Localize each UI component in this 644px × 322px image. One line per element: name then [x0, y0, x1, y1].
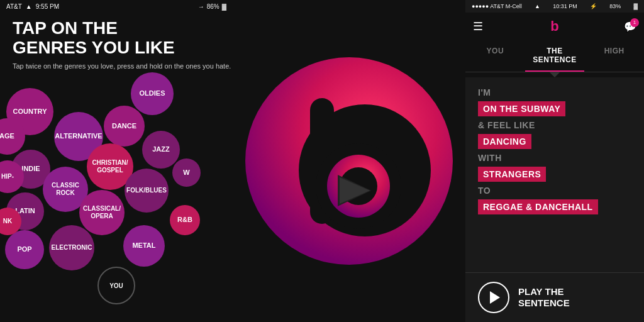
bubble-jazz[interactable]: JAZZ — [142, 131, 180, 169]
sentence-line-with: WITH — [478, 153, 631, 163]
beats-b-icon: b — [550, 18, 558, 35]
sentence-highlight-reggae: REGGAE & DANCEHALL — [478, 199, 598, 214]
play-triangle-icon — [490, 291, 500, 304]
status-right-left: → 86% ▓ — [198, 3, 226, 10]
sentence-content: I'M ON THE SUBWAY & FEEL LIKE DANCING WI… — [465, 77, 644, 272]
tab-the-sentence[interactable]: THE SENTENCE — [525, 40, 585, 72]
bubble-rb[interactable]: R&B — [170, 205, 200, 235]
genre-subtext: Tap twice on the genres you love, press … — [13, 62, 231, 71]
bubble-w[interactable]: W — [172, 158, 201, 187]
bubble-folk-blues[interactable]: FOLK/BLUES — [125, 169, 169, 213]
tabs-row: YOU THE SENTENCE HIGH — [465, 40, 644, 72]
you-button[interactable]: YOU — [97, 267, 135, 304]
wifi-icon-left: ▲ — [26, 3, 32, 10]
middle-panel — [233, 0, 465, 322]
sentence-line-to: TO — [478, 186, 631, 196]
chat-icon[interactable]: 💬 1 — [624, 21, 636, 33]
battery-right: 83% — [609, 3, 621, 9]
genre-heading: TAP ON THEGENRES YOU LIKE — [13, 19, 231, 58]
bubble-dance[interactable]: DANCE — [104, 106, 145, 147]
bluetooth-icon: ⚡ — [590, 3, 597, 9]
bubble-oldies[interactable]: OLDIES — [131, 72, 174, 115]
time-right: 10:31 PM — [553, 3, 577, 9]
sentence-highlight-strangers: STRANGERS — [478, 167, 546, 182]
bubble-metal[interactable]: METAL — [123, 225, 165, 267]
left-panel: AT&T ▲ 9:55 PM → 86% ▓ TAP ON THEGENRES … — [0, 0, 233, 322]
battery-left: 86% — [207, 3, 219, 10]
bubble-pop[interactable]: POP — [5, 230, 44, 269]
status-left-info: AT&T ▲ 9:55 PM — [6, 3, 59, 10]
left-header: TAP ON THEGENRES YOU LIKE Tap twice on t… — [13, 19, 231, 71]
status-bar-right: ●●●●● AT&T M-Cell ▲ 10:31 PM ⚡ 83% ▓ — [465, 0, 644, 13]
status-dots-right: ●●●●● AT&T M-Cell — [472, 3, 522, 9]
sentence-line-feel: & FEEL LIKE — [478, 120, 631, 130]
wifi-right: ▲ — [535, 3, 540, 9]
tab-active-arrow — [550, 72, 560, 77]
sentence-highlight-dancing: DANCING — [478, 134, 531, 149]
battery-icon-right: ▓ — [633, 3, 638, 9]
sentence-highlight-subway: ON THE SUBWAY — [478, 101, 565, 116]
beats-logo — [242, 54, 456, 268]
status-bar-left: AT&T ▲ 9:55 PM → 86% ▓ — [6, 3, 226, 10]
carrier-left: AT&T — [6, 3, 22, 10]
time-left: 9:55 PM — [36, 3, 59, 10]
right-header: ☰ b 💬 1 — [465, 13, 644, 40]
signal-icon: → — [198, 3, 204, 10]
tab-high[interactable]: HIGH — [584, 40, 644, 72]
bubble-classical-opera[interactable]: CLASSICAL/OPERA — [79, 190, 125, 235]
tab-you[interactable]: YOU — [465, 40, 525, 72]
right-panel: ●●●●● AT&T M-Cell ▲ 10:31 PM ⚡ 83% ▓ ☰ b… — [465, 0, 644, 322]
play-sentence-label: PLAY THE SENTENCE — [518, 286, 570, 309]
chat-badge: 1 — [630, 18, 639, 27]
play-sentence-row: PLAY THE SENTENCE — [465, 272, 644, 322]
bubble-electronic[interactable]: ELECTRONIC — [49, 225, 94, 270]
play-sentence-button[interactable] — [478, 282, 509, 313]
menu-icon[interactable]: ☰ — [473, 19, 483, 33]
sentence-line-im: I'M — [478, 87, 631, 97]
battery-icon-left: ▓ — [222, 3, 226, 10]
